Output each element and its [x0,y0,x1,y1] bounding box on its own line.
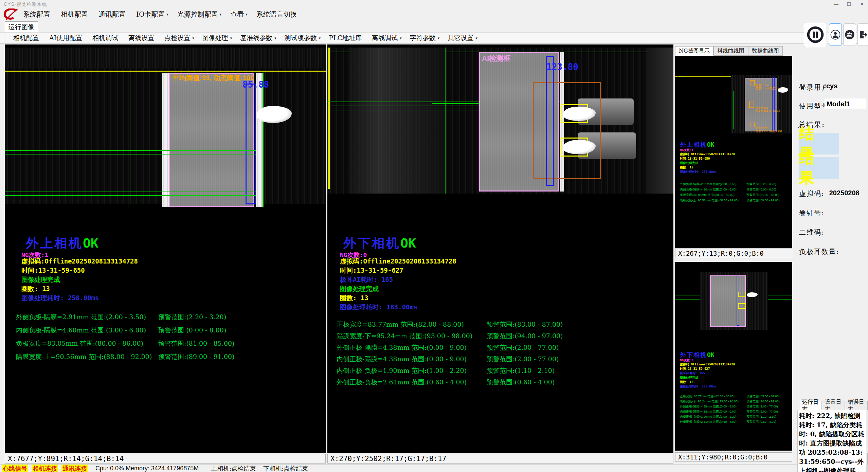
log-tab[interactable]: 运行日志 [799,401,822,411]
maximize-button[interactable]: ☐ [843,0,855,8]
middle-right-band [647,48,673,194]
mini-electrode [710,275,746,327]
app-window: CYS-视觉检测系统 — ☐ ✕ 系统配置 相机配置 通讯配置 IO卡配置▾ 光… [0,0,868,472]
log-scrollbar[interactable] [866,410,868,472]
measurement-row: 正极宽度=83.77mm 范围:(82.00 - 88.00) 预警范围:(83… [337,320,669,332]
exit-button[interactable] [857,23,868,46]
camera-info-line: 虚拟码:Offline20250208133134728 [21,257,138,266]
menu-item[interactable]: 系统配置 [19,10,56,19]
users-button[interactable] [843,23,856,46]
measurement-row: 内侧正极-负极=1.90mm 范围:(1.00 - 2.20) 预警范围:(1.… [680,415,789,420]
menu-items: 系统配置 相机配置 通讯配置 IO卡配置▾ 光源控制配置▾ 查看▾ 系统语言切换 [19,10,303,19]
model-input[interactable] [825,99,866,109]
toolbar-item[interactable]: 相机配置 [9,34,45,42]
camera-info-line: 图像处理完成 [680,161,735,165]
info-field-row: 虚拟码: 20250208 [799,189,860,208]
camera-info-line: 圈数: 13 [680,165,735,170]
measurement-row: 负极宽度=83.05mm 范围:(80.00 - 86.00) 预警范围:(81… [16,339,322,352]
ai-box-label: AI检测框 [482,54,510,63]
ng-snapshot-top: 宽度:1.226 宽度:1.775 高度:2.14 宽度:0.885 宽度:0.… [675,56,792,248]
log-tab[interactable]: 错误日志 [845,401,868,411]
measurement-row: 正极宽度=83.77mm 范围:(82.00 - 88.00) 预警范围:(83… [680,394,789,399]
log-output[interactable]: 耗时: 222, 缺陷检测耗时: 17, 缺陷分类耗时: 0, 缺陷提取分区耗时… [797,410,866,472]
left-green-hline-4 [5,195,256,196]
info-field-label: 虚拟码: [799,189,825,198]
sidebar-tabs: NG截图显示料线曲线图数据曲线图 [675,46,783,56]
measurement-row: 内侧正极-负极=1.90mm 范围:(1.00 - 2.20) 预警范围:(1.… [337,366,669,378]
tab-run-image[interactable]: 运行图像 [5,21,38,33]
camera-status: 下相机:点检结束 [263,465,308,472]
status-indicator: 心跳信号 [2,465,28,472]
menu-item[interactable]: 通讯配置 [94,10,132,19]
toolbar-item[interactable]: 其它设置▾ [444,34,482,42]
close-button[interactable]: ✕ [855,0,868,8]
toolbar-item[interactable]: PLC地址库 [325,34,368,42]
camera-info-line: 虚拟码:Offline20250208133134728 [680,152,735,157]
cpu-memory-status: Cpu: 0.0% Memory: 3424.41796875M [95,465,199,472]
dropdown-arrow-icon: ▾ [400,36,402,40]
camera-info-line: 图像处理完成 [340,285,456,294]
sidebar-tab[interactable]: 数据曲线图 [748,46,783,56]
menu-item[interactable]: 查看▾ [226,10,252,19]
toolbar-item[interactable]: 基准线参数▾ [236,34,281,42]
middle-green-vline [445,48,446,194]
result-blocks: 结 果结 果 [799,133,839,179]
user-button[interactable] [829,23,842,46]
toolbar-item[interactable]: 离线调试▾ [368,34,406,42]
toolbar-item[interactable]: 图像处理▾ [198,34,236,42]
toolbar-item[interactable]: 离线设置 [124,34,160,42]
info-field-label: 负极耳数量: [799,247,839,256]
left-camera-image[interactable]: 平均阈值:93, 动态阈值:100 85.88 [5,48,326,204]
measurement-row: 外侧正极-负极=2.61mm 范围:(0.60 - 4.00) 预警范围:(0.… [680,420,789,425]
toolbar-item[interactable]: 字符参数▾ [406,34,444,42]
dropdown-arrow-icon: ▾ [246,12,248,17]
middle-camera-image[interactable]: AI检测框 123.80 [327,48,673,194]
camera-status-list: 上相机:点检结束下相机:点检结束 [211,465,308,472]
menu-item[interactable]: IO卡配置▾ [132,10,173,19]
camera-info-line: 时间:13-31-59-650 [21,266,138,275]
info-field-value: 20250208 [829,189,860,197]
thumb-camera-title: 外下相机 [680,351,707,358]
left-measurements: 外侧负极-隔膜=2.91mm 范围:(2.00 - 3.50) 预警范围:(2.… [16,313,322,366]
status-indicator: 相机连接 [32,465,58,472]
left-green-vline-right [263,73,264,207]
left-green-vline [128,73,128,207]
mini-yellow-box-1 [738,292,746,297]
sidebar-tab[interactable]: 料线曲线图 [713,46,748,56]
login-user-input[interactable] [826,81,868,91]
camera-info-line: 图像处理耗时: 183.00ms [340,303,456,312]
toolbar-item[interactable]: AI使用配置 [45,34,88,42]
sidebar-tab[interactable]: NG截图显示 [675,46,713,56]
middle-measure-box [546,56,554,186]
users-icon [845,30,855,40]
toolbar-item[interactable]: 相机调试 [88,34,124,42]
dropdown-arrow-icon: ▾ [192,36,194,40]
middle-info-lines: 虚拟码:Offline20250208133134728时间:13-31-59-… [340,257,456,312]
thumb-camera-title: 外上相机 [680,141,707,148]
middle-roller-texture [350,48,445,194]
log-tabs: 运行日志设置日志错误日志 [799,401,868,411]
pause-button[interactable] [804,22,827,47]
toolbar-item[interactable]: 点检设置▾ [160,34,198,42]
menu-item[interactable]: 光源控制配置▾ [173,10,226,19]
toolbar-item[interactable]: 测试项参数▾ [281,34,325,42]
log-tab[interactable]: 设置日志 [822,401,845,411]
left-white-band-a [162,73,169,207]
camera-info-line: 图像处理完成 [680,376,735,380]
middle-coords-bar: X:270;Y:2502;R:17;G:17;B:17 [327,454,673,464]
defect-note: 宽度:1.221 宽度:1.221 高度:1.751 [756,127,782,133]
menu-item[interactable]: 系统语言切换 [252,10,303,19]
minimize-button[interactable]: — [830,0,843,8]
middle-camera-title: 外下相机 [343,235,400,251]
menu-item[interactable]: 相机配置 [56,10,94,19]
left-camera-panel: 平均阈值:93, 动态阈值:100 85.88 外上相机OK NG次数:1 虚拟… [5,44,326,453]
measurement-row: 负极宽度=83.05mm 范围:(80.00 - 86.00) 预警范围:(81… [680,193,789,198]
camera-info-line: 圈数: 13 [21,285,138,294]
thumb-camera-result: OK [707,351,715,358]
pause-icon [807,26,824,43]
thumb-camera-result: OK [707,141,715,148]
camera-info-line: 极耳AI耗时: 165 [340,275,456,285]
info-field-label: 卷针号: [799,208,825,218]
toolbar: 相机配置 AI使用配置 相机调试 离线设置 点检设置▾ 图像处理▾ 基准线参数▾… [0,32,868,44]
info-field-row: 卷针号: [799,208,860,228]
